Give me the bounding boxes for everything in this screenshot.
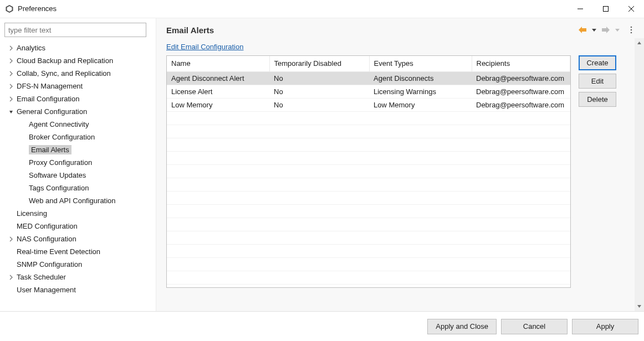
table-row[interactable] xyxy=(167,204,570,218)
chevron-right-icon[interactable] xyxy=(7,95,16,104)
col-event[interactable]: Event Types xyxy=(369,56,472,71)
close-button[interactable] xyxy=(619,0,644,18)
app-icon xyxy=(4,4,14,14)
tree-item-label: Software Updates xyxy=(29,171,86,179)
table-row[interactable] xyxy=(167,111,570,125)
tree-item[interactable]: SNMP Configuration xyxy=(4,258,151,271)
cell-recipients: Debrag@peersoftware.com xyxy=(472,98,570,111)
forward-dropdown-icon[interactable] xyxy=(614,27,621,33)
scroll-down-icon[interactable] xyxy=(635,302,644,311)
cell-event: Licensing Warnings xyxy=(369,85,472,98)
cell-event xyxy=(369,138,472,151)
table-row[interactable]: Low MemoryNoLow MemoryDebrag@peersoftwar… xyxy=(167,98,570,111)
cell-disabled xyxy=(269,257,369,271)
cell-recipients xyxy=(472,244,570,257)
svg-point-7 xyxy=(631,29,632,31)
cell-recipients xyxy=(472,164,570,178)
right-scrollbar[interactable] xyxy=(635,38,644,311)
cell-event xyxy=(369,191,472,204)
table-row[interactable] xyxy=(167,151,570,164)
edit-button[interactable]: Edit xyxy=(579,74,616,89)
chevron-none xyxy=(7,222,16,231)
tree-item[interactable]: DFS-N Management xyxy=(4,80,151,92)
chevron-right-icon[interactable] xyxy=(7,82,16,91)
tree-item[interactable]: Agent Connectivity xyxy=(4,118,151,131)
table-row[interactable] xyxy=(167,271,570,284)
minimize-button[interactable] xyxy=(568,0,593,18)
table-row[interactable] xyxy=(167,164,570,178)
tree-item[interactable]: User Management xyxy=(4,283,151,296)
cell-event xyxy=(369,271,472,284)
table-row[interactable] xyxy=(167,191,570,204)
tree-item[interactable]: Real-time Event Detection xyxy=(4,245,151,258)
table-row[interactable] xyxy=(167,125,570,138)
chevron-right-icon[interactable] xyxy=(7,235,16,244)
col-name[interactable]: Name xyxy=(167,56,269,71)
back-dropdown-icon[interactable] xyxy=(591,27,597,33)
chevron-right-icon[interactable] xyxy=(7,56,16,65)
col-recipients[interactable]: Recipients xyxy=(472,56,570,71)
cell-recipients xyxy=(472,151,570,164)
chevron-down-icon[interactable] xyxy=(7,107,16,116)
tree-item[interactable]: Analytics xyxy=(4,42,151,54)
maximize-button[interactable] xyxy=(593,0,619,18)
table-row[interactable] xyxy=(167,218,570,231)
svg-point-6 xyxy=(631,27,632,28)
alerts-table[interactable]: Name Temporarily Disabled Event Types Re… xyxy=(167,56,570,285)
cell-name xyxy=(167,244,269,257)
chevron-right-icon[interactable] xyxy=(7,44,16,53)
apply-close-button[interactable]: Apply and Close xyxy=(427,319,497,334)
forward-arrow-icon[interactable] xyxy=(601,25,611,34)
delete-button[interactable]: Delete xyxy=(579,92,616,107)
edit-email-config-link[interactable]: Edit Email Configuration xyxy=(166,43,243,51)
cell-recipients xyxy=(472,125,570,138)
table-row[interactable] xyxy=(167,178,570,191)
tree-item[interactable]: General Configuration xyxy=(4,105,151,118)
cell-disabled xyxy=(269,164,369,178)
tree-item[interactable]: Email Alerts xyxy=(4,143,151,156)
table-row[interactable] xyxy=(167,231,570,244)
cell-disabled xyxy=(269,244,369,257)
tree-item-label: Email Configuration xyxy=(16,95,79,103)
tree-item[interactable]: NAS Configuration xyxy=(4,232,151,245)
table-row[interactable] xyxy=(167,138,570,151)
chevron-right-icon[interactable] xyxy=(7,69,16,78)
apply-button[interactable]: Apply xyxy=(572,319,638,334)
back-arrow-icon[interactable] xyxy=(577,25,587,34)
tree-item[interactable]: Tags Configuration xyxy=(4,182,151,194)
alerts-table-wrap: Name Temporarily Disabled Event Types Re… xyxy=(166,55,571,288)
cell-name: Low Memory xyxy=(167,98,269,111)
chevron-none xyxy=(20,171,29,180)
create-button[interactable]: Create xyxy=(579,55,616,70)
scroll-up-icon[interactable] xyxy=(635,38,644,48)
chevron-right-icon[interactable] xyxy=(7,273,16,282)
col-disabled[interactable]: Temporarily Disabled xyxy=(269,56,369,71)
tree-item[interactable]: Licensing xyxy=(4,207,151,220)
table-row[interactable]: Agent Disconnect AlertNoAgent Disconnect… xyxy=(167,71,570,85)
chevron-none xyxy=(20,197,29,205)
filter-input[interactable] xyxy=(4,23,146,37)
table-row[interactable] xyxy=(167,257,570,271)
svg-point-8 xyxy=(631,32,632,34)
view-menu-icon[interactable] xyxy=(628,25,634,35)
tree-item[interactable]: Broker Configuration xyxy=(4,131,151,143)
content-area: AnalyticsCloud Backup and ReplicationCol… xyxy=(0,18,644,311)
cancel-button[interactable]: Cancel xyxy=(501,319,568,334)
cell-name xyxy=(167,257,269,271)
tree-item[interactable]: Cloud Backup and Replication xyxy=(4,54,151,67)
svg-rect-3 xyxy=(604,6,609,11)
tree-item[interactable]: MED Configuration xyxy=(4,220,151,232)
tree-item[interactable]: Proxy Configuration xyxy=(4,156,151,169)
tree-item[interactable]: Web and API Configuration xyxy=(4,194,151,207)
tree-item[interactable]: Email Configuration xyxy=(4,92,151,105)
table-row[interactable] xyxy=(167,244,570,257)
cell-recipients: Debrag@peersoftware.com xyxy=(472,71,570,85)
window-controls xyxy=(568,0,644,18)
preferences-tree[interactable]: AnalyticsCloud Backup and ReplicationCol… xyxy=(4,42,151,296)
cell-recipients xyxy=(472,257,570,271)
tree-item[interactable]: Collab, Sync, and Replication xyxy=(4,67,151,80)
tree-item-label: Proxy Configuration xyxy=(29,158,92,167)
tree-item[interactable]: Software Updates xyxy=(4,169,151,182)
table-row[interactable]: License AlertNoLicensing WarningsDebrag@… xyxy=(167,85,570,98)
tree-item[interactable]: Task Scheduler xyxy=(4,271,151,283)
